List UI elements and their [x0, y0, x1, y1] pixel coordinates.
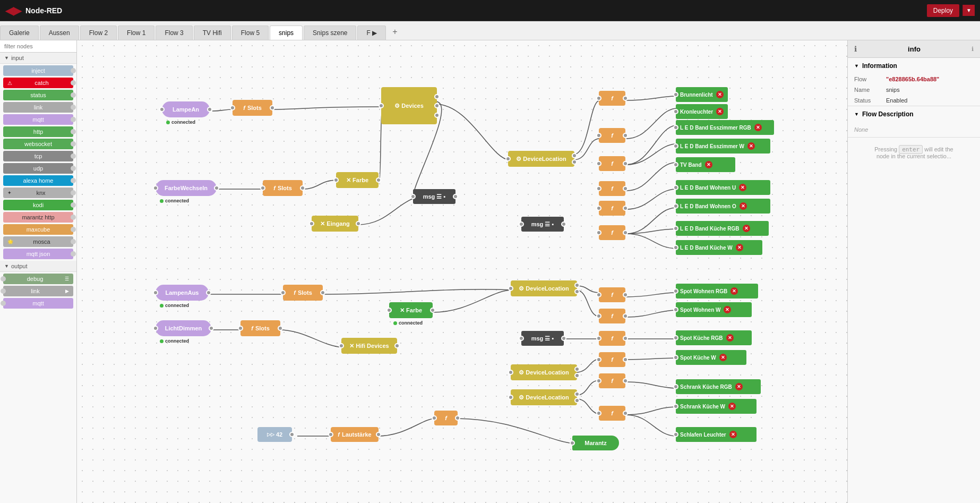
deploy-dropdown-button[interactable]: ▼: [962, 5, 975, 16]
close-btn[interactable]: ✕: [754, 124, 762, 131]
out-kronleuchter[interactable]: Kronleuchter✕ connected: [676, 104, 708, 112]
node-websocket[interactable]: websocket: [3, 139, 73, 149]
out-schlafen-leuchter[interactable]: Schlafen Leuchter✕ connected: [676, 427, 708, 434]
out-spot-kuche-rgb[interactable]: Spot Küche RGB✕ connected: [676, 330, 708, 338]
node-udp[interactable]: udp: [3, 163, 73, 174]
out-spot-wohnen-rgb[interactable]: Spot Wohnen RGB✕ connected: [676, 284, 708, 291]
tab-galerie[interactable]: Galerie: [0, 25, 39, 40]
fn-node-c[interactable]: f: [599, 156, 625, 171]
tab-flow5[interactable]: Flow 5: [232, 25, 269, 40]
tab-snips[interactable]: snips: [270, 25, 303, 40]
close-btn[interactable]: ✕: [739, 184, 746, 191]
node-debug[interactable]: debug ☰: [3, 274, 73, 284]
out-spot-kuche-w[interactable]: Spot Küche W✕ connected: [676, 350, 708, 357]
node-device-location4[interactable]: ⚙ DeviceLocation: [511, 389, 577, 405]
add-tab-button[interactable]: +: [387, 24, 402, 40]
node-status[interactable]: status: [3, 90, 73, 100]
node-msg3[interactable]: msg ☰ ▪: [521, 331, 564, 346]
node-lautstarke[interactable]: f Lautstärke: [331, 427, 379, 442]
close-btn[interactable]: ✕: [705, 161, 712, 168]
close-btn[interactable]: ✕: [740, 202, 747, 210]
out-brunnenlicht[interactable]: Brunnenlicht✕ connected: [676, 87, 708, 95]
node-farbe2[interactable]: ✕ Farbe connected: [389, 302, 433, 318]
close-btn[interactable]: ✕: [730, 287, 738, 295]
node-mqtt-out[interactable]: mqtt: [3, 298, 73, 309]
tab-snips-szene[interactable]: Snips szene: [304, 25, 356, 40]
filter-nodes-input[interactable]: [0, 40, 76, 53]
out-tv-band[interactable]: TV Band✕ connected: [676, 157, 708, 165]
node-farbe-wechseln[interactable]: FarbeWechseln connected: [156, 180, 217, 196]
node-mqtt-json[interactable]: mqtt json: [3, 249, 73, 259]
node-slots3[interactable]: f Slots: [283, 285, 323, 301]
node-marantz-http[interactable]: marantz http: [3, 212, 73, 223]
node-devices[interactable]: ⚙ Devices: [381, 87, 437, 124]
tab-f[interactable]: F ▶: [357, 25, 386, 40]
fn-node-k[interactable]: f: [599, 373, 625, 388]
node-link-out[interactable]: link ▶: [3, 286, 73, 296]
node-device-location3[interactable]: ⚙ DeviceLocation: [511, 364, 577, 380]
fn-node-i[interactable]: f: [599, 331, 625, 346]
fn-node-f[interactable]: f: [599, 225, 625, 240]
fn-node-a[interactable]: f: [599, 91, 625, 106]
node-alexa-home[interactable]: alexa home: [3, 175, 73, 186]
close-btn[interactable]: ✕: [724, 306, 731, 313]
node-lampen-aus[interactable]: LampenAus connected: [156, 285, 209, 301]
close-btn[interactable]: ✕: [736, 244, 743, 251]
tab-tvhifi[interactable]: TV Hifi: [194, 25, 231, 40]
out-led-esszimmer-w[interactable]: L E D Band Esszimmer W✕ connected: [676, 139, 708, 146]
node-tcp[interactable]: tcp: [3, 151, 73, 161]
out-schrank-kuche-rgb[interactable]: Schrank Küche RGB✕ connected: [676, 379, 708, 387]
close-btn[interactable]: ✕: [729, 431, 737, 438]
node-kodi[interactable]: kodi: [3, 200, 73, 210]
section-header-output[interactable]: ▼ output: [0, 261, 76, 272]
node-farbe1[interactable]: ✕ Farbe: [336, 172, 379, 188]
node-slots2[interactable]: f Slots: [263, 180, 303, 196]
tab-flow2[interactable]: Flow 2: [80, 25, 117, 40]
out-led-wohnen-o[interactable]: L E D Band Wohnen O✕ connected: [676, 199, 708, 206]
close-btn[interactable]: ✕: [728, 403, 736, 410]
fn-node-g[interactable]: f: [599, 287, 625, 302]
out-led-wohnen-u[interactable]: L E D Band Wohnen U✕ connected: [676, 180, 708, 187]
fn-node-d[interactable]: f: [599, 181, 625, 196]
node-device-location2[interactable]: ⚙ DeviceLocation: [511, 280, 577, 296]
fn-node-j[interactable]: f: [599, 352, 625, 367]
fn-node-b[interactable]: f: [599, 128, 625, 143]
fn-node-h[interactable]: f: [599, 309, 625, 323]
fn-node-l[interactable]: f: [599, 406, 625, 421]
close-btn[interactable]: ✕: [743, 225, 750, 232]
node-link-in[interactable]: link: [3, 102, 73, 113]
node-msg2[interactable]: msg ☰ ▪: [521, 217, 564, 232]
section-header-input[interactable]: ▼ input: [0, 53, 76, 64]
node-inject42[interactable]: ▷▷ 42: [257, 427, 292, 442]
node-inject[interactable]: inject: [3, 65, 73, 76]
description-header[interactable]: ▼ Flow Description: [848, 106, 980, 122]
node-hifi-devices[interactable]: ✕ Hifi Devices: [341, 338, 397, 354]
node-msg1[interactable]: msg ☰ ▪: [413, 189, 455, 204]
node-http-in[interactable]: http: [3, 126, 73, 137]
tab-aussen[interactable]: Aussen: [40, 25, 79, 40]
out-led-kuche-w[interactable]: L E D Band Küche W✕ connected: [676, 240, 708, 248]
node-maxcube[interactable]: maxcube: [3, 224, 73, 235]
node-licht-dimmen[interactable]: LichtDimmen connected: [156, 320, 211, 336]
node-mqtt-in[interactable]: mqtt: [3, 114, 73, 125]
node-knx[interactable]: ✦ knx: [3, 187, 73, 198]
fn-node-e[interactable]: f: [599, 201, 625, 216]
node-slots1[interactable]: f Slots: [233, 100, 272, 116]
node-marantz-out[interactable]: Marantz: [572, 436, 619, 450]
close-btn[interactable]: ✕: [716, 108, 724, 115]
node-device-location1[interactable]: ⚙ DeviceLocation: [508, 151, 574, 167]
node-slots4[interactable]: f Slots: [240, 320, 280, 336]
node-eingang[interactable]: ✕ Eingang: [312, 216, 358, 232]
node-catch[interactable]: ⚠ catch: [3, 78, 73, 88]
out-led-esszimmer-rgb[interactable]: L E D Band Esszimmer RGB✕ connected: [676, 120, 708, 127]
out-led-kuche-rgb[interactable]: L E D Band Küche RGB✕ connected: [676, 221, 708, 228]
tab-flow1[interactable]: Flow 1: [118, 25, 154, 40]
out-schrank-kuche-w[interactable]: Schrank Küche W✕ connected: [676, 399, 708, 406]
close-btn[interactable]: ✕: [747, 142, 755, 150]
node-fn1[interactable]: f: [434, 411, 458, 425]
tab-flow3[interactable]: Flow 3: [156, 25, 192, 40]
deploy-button[interactable]: Deploy: [927, 4, 959, 17]
node-mosca[interactable]: 🌟 mosca: [3, 236, 73, 247]
close-btn[interactable]: ✕: [726, 334, 734, 342]
close-btn[interactable]: ✕: [719, 354, 727, 361]
